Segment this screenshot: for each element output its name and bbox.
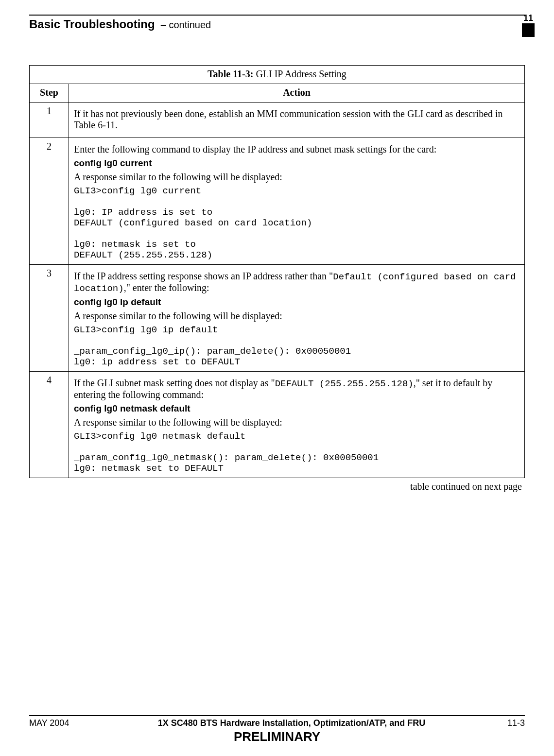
footer-preliminary: PRELIMINARY: [29, 729, 525, 744]
chapter-tab: 11: [522, 14, 535, 37]
step-text: A response similar to the following will…: [74, 172, 519, 183]
step-action: Enter the following command to display t…: [69, 138, 525, 265]
content: Table 11-3: GLI IP Address Setting Step …: [29, 65, 525, 492]
table-header-step: Step: [30, 84, 69, 103]
table-row: 1 If it has not previously been done, es…: [30, 103, 525, 138]
step-command: config lg0 netmask default: [74, 403, 519, 414]
inline-code: DEFAULT (255.255.255.128): [275, 378, 414, 389]
footer-row: MAY 2004 1X SC480 BTS Hardware Installat…: [29, 718, 525, 728]
footer-page: 11-3: [486, 718, 525, 728]
step-number: 1: [30, 103, 69, 138]
table-header-action: Action: [69, 84, 525, 103]
header-left: Basic Troubleshooting – continued: [29, 17, 211, 31]
table-row: 4 If the GLI subnet mask setting does no…: [30, 372, 525, 478]
step-number: 2: [30, 138, 69, 265]
footer: MAY 2004 1X SC480 BTS Hardware Installat…: [29, 715, 525, 744]
step-command: config lg0 ip default: [74, 297, 519, 308]
step-number: 3: [30, 265, 69, 372]
page-continued: – continued: [161, 19, 211, 31]
step-text-a: If the IP address setting response shows…: [74, 271, 333, 281]
table-row: 3 If the IP address setting response sho…: [30, 265, 525, 372]
chapter-number: 11: [522, 14, 535, 22]
step-action: If it has not previously been done, esta…: [69, 103, 525, 138]
page-title: Basic Troubleshooting: [29, 17, 155, 31]
table-caption-text: GLI IP Address Setting: [253, 69, 346, 79]
step-output: GLI3>config lg0 current lg0: IP address …: [74, 186, 519, 260]
footer-date: MAY 2004: [29, 718, 97, 728]
footer-rule: [29, 715, 525, 716]
step-output: GLI3>config lg0 ip default _param_config…: [74, 325, 519, 367]
chapter-block-icon: [522, 23, 535, 37]
table-caption-label: Table 11-3:: [208, 69, 253, 79]
step-text: If the GLI subnet mask setting does not …: [74, 378, 519, 400]
step-command: config lg0 current: [74, 158, 519, 169]
step-action: If the IP address setting response shows…: [69, 265, 525, 372]
step-text-b: ," enter the following:: [124, 282, 209, 293]
step-text-a: If the GLI subnet mask setting does not …: [74, 378, 275, 388]
step-text: Enter the following command to display t…: [74, 144, 519, 155]
step-text: If the IP address setting response shows…: [74, 271, 519, 294]
step-text: A response similar to the following will…: [74, 310, 519, 322]
table-row: 2 Enter the following command to display…: [30, 138, 525, 265]
step-text: If it has not previously been done, esta…: [74, 108, 519, 131]
header: Basic Troubleshooting – continued: [29, 16, 525, 31]
page-container: Basic Troubleshooting – continued 11 Tab…: [0, 0, 554, 492]
step-output: GLI3>config lg0 netmask default _param_c…: [74, 431, 519, 474]
table-caption: Table 11-3: GLI IP Address Setting: [30, 66, 525, 84]
step-action: If the GLI subnet mask setting does not …: [69, 372, 525, 478]
table-gli-ip: Table 11-3: GLI IP Address Setting Step …: [29, 65, 525, 478]
step-number: 4: [30, 372, 69, 478]
table-continuation-note: table continued on next page: [29, 481, 525, 492]
step-text: A response similar to the following will…: [74, 417, 519, 428]
footer-title: 1X SC480 BTS Hardware Installation, Opti…: [97, 718, 486, 728]
